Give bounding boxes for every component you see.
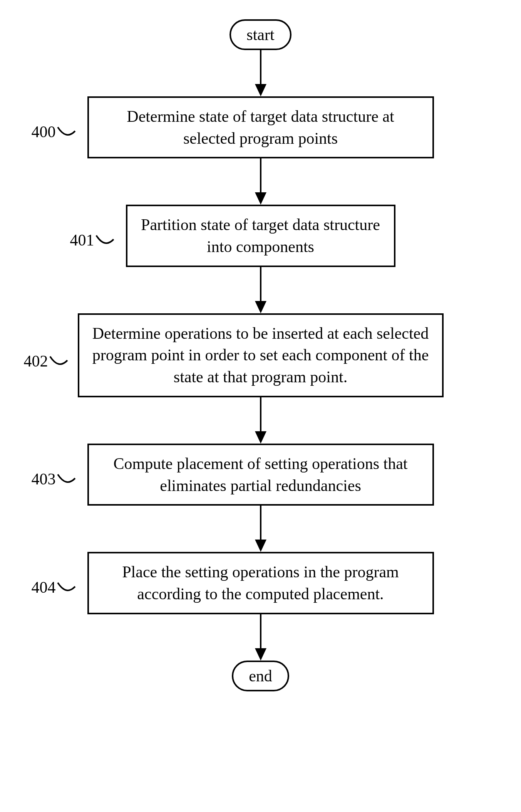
arrow xyxy=(249,158,272,205)
ref-402: 402 xyxy=(24,352,68,370)
svg-marker-11 xyxy=(255,648,266,661)
arrow xyxy=(249,614,272,661)
step-403: Compute placement of setting operations … xyxy=(87,444,434,506)
svg-marker-5 xyxy=(255,301,266,313)
step-404-text: Place the setting operations in the prog… xyxy=(101,561,421,605)
step-404: Place the setting operations in the prog… xyxy=(87,552,434,614)
arrow xyxy=(249,267,272,313)
svg-marker-3 xyxy=(255,192,266,205)
step-403-text: Compute placement of setting operations … xyxy=(101,453,421,496)
arrow xyxy=(249,506,272,552)
ref-401-text: 401 xyxy=(70,231,94,249)
ref-402-text: 402 xyxy=(24,352,48,370)
step-402-text: Determine operations to be inserted at e… xyxy=(91,323,431,388)
ref-401: 401 xyxy=(70,231,114,249)
ref-404-text: 404 xyxy=(32,578,56,597)
start-label: start xyxy=(246,26,274,44)
ref-403: 403 xyxy=(32,470,76,488)
ref-404: 404 xyxy=(32,578,76,597)
ref-400: 400 xyxy=(32,123,76,141)
arrow xyxy=(249,397,272,444)
arrow xyxy=(249,50,272,96)
flowchart: start 400 Determine state of target data… xyxy=(0,19,521,691)
step-400-text: Determine state of target data structure… xyxy=(101,106,421,149)
ref-400-text: 400 xyxy=(32,123,56,141)
step-402: Determine operations to be inserted at e… xyxy=(78,313,444,397)
svg-marker-9 xyxy=(255,540,266,552)
start-terminal: start xyxy=(230,19,291,50)
step-401-text: Partition state of target data structure… xyxy=(139,214,382,257)
ref-403-text: 403 xyxy=(32,470,56,488)
step-400: Determine state of target data structure… xyxy=(87,96,434,158)
end-terminal: end xyxy=(232,661,289,691)
svg-marker-1 xyxy=(255,84,266,96)
svg-marker-7 xyxy=(255,431,266,444)
step-401: Partition state of target data structure… xyxy=(126,205,395,267)
end-label: end xyxy=(249,667,272,685)
